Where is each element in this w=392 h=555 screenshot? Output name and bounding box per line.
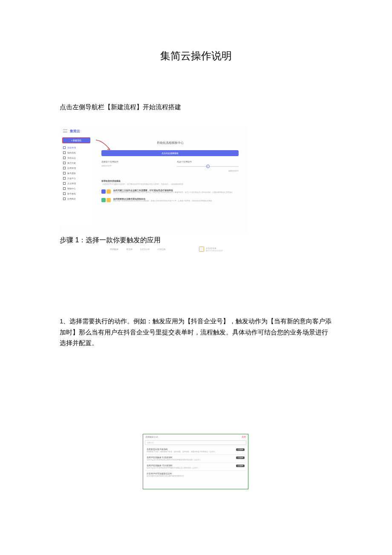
sidebar-item[interactable]: 执行历史 (60, 160, 93, 166)
nav-label: 执行历史 (67, 162, 76, 164)
trigger-item[interactable]: 抖音用户填写创建新信息时 此应用填写在填写新的抖音创建时填写的填写内容 (145, 471, 246, 479)
plus-icon: + (206, 165, 210, 168)
footer-card-sub: 集简云抖音咨询对应列 (206, 250, 223, 252)
app-icon (101, 198, 106, 202)
nav-label: 应用管理 (67, 167, 76, 169)
step-footer-row: 周期触发 请选择 1次/1分钟 计划任务 抖音咨询单 集简云抖音咨询对应列 (60, 247, 332, 252)
flow-target-sub: 搜索应用软件 (177, 170, 239, 172)
trigger-desc: 当用户提交卡片咨询信息表单时触发并获取提交人填写信息（企业号） (147, 467, 236, 469)
screenshot-trigger-dialog: 选择触发方式 关闭 搜索内容 当有新意向客户添加时 检测新客户添加（请选择客户标… (143, 434, 248, 489)
dialog-close[interactable]: 关闭 (242, 436, 246, 438)
trigger-title: 当用户留资触发·车系添加时 (147, 456, 236, 459)
recommend-title: 推荐给您的流程模板 (101, 180, 239, 182)
nav-label: 账号授权 (67, 172, 76, 174)
nav-label: 流程管理 (67, 146, 76, 149)
flow-source-sub: 搜索应用软件 (101, 165, 163, 167)
dialog-title: 选择触发方式 (145, 436, 158, 438)
nav-label: 开放平台 (67, 177, 76, 180)
nav-icon (63, 192, 66, 195)
template-card[interactable]: 如何能够将企业微信通知流程自动 新收到客户的反馈后自动推送消息到企业微信群，客服… (101, 198, 239, 202)
sidebar-item[interactable]: 流程管理 (60, 145, 93, 150)
page-title: 集简云操作说明 (60, 0, 332, 63)
main-title: 自动化流程模板中心 (101, 141, 239, 145)
app-icon (101, 189, 106, 194)
flow-source: 选择首个应用软件 搜索应用软件 (101, 160, 163, 172)
flow-source-title: 选择首个应用软件 (101, 160, 163, 163)
nav-label: 我的流程 (67, 151, 76, 154)
app-icon (107, 198, 111, 202)
nav-icon (63, 157, 66, 159)
sidebar-item[interactable]: 账号授权 (60, 171, 93, 176)
recommend-subtitle: （如您的软件不在集简云应用中，您需要对应软件中的技术团队开发工具帮忙，更多信息）… (101, 183, 239, 185)
sidebar-item[interactable]: 应用管理 (60, 166, 93, 171)
body-paragraph: 1、选择需要执行的动作。例如：触发应用为【抖音企业号】，触发动作为【当有新的意向… (60, 316, 332, 349)
trigger-desc: 此应用填写在填写新的抖音创建时填写的填写内容 (147, 475, 245, 477)
nav-icon (63, 187, 66, 190)
search-banner[interactable]: 点击此处搜索模板 (101, 150, 239, 156)
trigger-title: 抖音用户填写创建新信息时 (147, 473, 245, 475)
footer-item: 1次/1分钟 (140, 248, 150, 250)
sidebar-item[interactable]: 流程日志 (60, 155, 93, 160)
trigger-list: 当有新意向客户添加时 检测新客户添加（请选择客户标签，实时获取、定时获取、获取所… (145, 447, 246, 479)
search-input[interactable]: 搜索内容 (145, 440, 246, 445)
selected-badge: 已选择 (236, 448, 245, 451)
card-desc: 新收到客户的反馈后自动推送消息到企业微信群，客服人员可及时协作处理客户工单，提高… (113, 200, 239, 202)
sidebar-item[interactable]: 新手教程 (60, 191, 93, 196)
nav-icon (63, 172, 66, 174)
app-header: 集简云 (60, 126, 247, 136)
footer-item: 周期触发 (110, 248, 118, 250)
nav-icon (63, 167, 66, 169)
trigger-item[interactable]: 当用户留资触发·车系添加时 当用户提交汽车咨询信息且填写车系信息时触发获取对应信… (145, 455, 246, 463)
sidebar-item[interactable]: 企业管理 (60, 181, 93, 186)
trigger-item[interactable]: 当用户留资触发·卡片添加时 当用户提交卡片咨询信息表单时触发并获取提交人填写信息… (145, 463, 246, 471)
nav-icon (63, 182, 66, 185)
nav-icon (63, 146, 66, 149)
app-logo: 集简云 (70, 129, 80, 134)
sidebar-item[interactable]: 我的流程 (60, 150, 93, 155)
step-label: 步骤 1：选择一款你要触发的应用 (60, 236, 332, 245)
menu-icon (63, 129, 67, 133)
screenshot-app-dashboard: 集简云 + 新建流程 流程管理 我的流程 流程日志 执行历史 应用管理 账号授权… (60, 126, 247, 234)
selected-badge: 已选择 (236, 465, 245, 467)
app-icon (199, 247, 204, 252)
flow-target-title: 与这个应用软件 (177, 160, 239, 163)
nav-icon (63, 198, 66, 200)
nav-icon (63, 177, 66, 180)
flow-connector: + (177, 165, 239, 168)
new-flow-button[interactable]: + 新建流程 (62, 137, 90, 143)
footer-item: 请选择 (126, 248, 133, 250)
nav-label: 新手教程 (67, 192, 76, 195)
nav-label: 企业管理 (67, 182, 76, 185)
sidebar-item[interactable]: 应用商店 (60, 196, 93, 201)
sidebar-item[interactable]: 帮助中心 (60, 186, 93, 191)
nav-icon (63, 151, 66, 154)
footer-item: 计划任务 (157, 248, 166, 250)
nav-label: 流程日志 (67, 157, 76, 159)
card-desc: 企业员工请假申请后自动通知工作群中的主管审批；审批完成后自动同步数据到人事管理软… (113, 192, 239, 194)
trigger-desc: 当用户提交汽车咨询信息且填写车系信息时触发获取对应信息（企业号） (147, 459, 236, 461)
template-card[interactable]: 如何与第三方软件企业微工作流需要，钉钉通知等进行请假审批 企业员工请假申请后自动… (101, 189, 239, 194)
section-intro: 点击左侧导航栏【新建流程】开始流程搭建 (60, 103, 332, 111)
nav-label: 应用商店 (67, 198, 76, 200)
flow-target: 与这个应用软件 + 搜索应用软件 (177, 160, 239, 172)
trigger-item[interactable]: 当有新意向客户添加时 检测新客户添加（请选择客户标签，实时获取、定时获取、获取所… (145, 447, 246, 455)
footer-app-card: 抖音咨询单 集简云抖音咨询对应列 (199, 247, 223, 252)
sidebar: + 新建流程 流程管理 我的流程 流程日志 执行历史 应用管理 账号授权 开放平… (60, 136, 93, 225)
app-icon (107, 189, 111, 194)
trigger-title: 当用户留资触发·卡片添加时 (147, 465, 236, 467)
selected-badge: 已选择 (236, 456, 245, 459)
trigger-desc: 检测新客户添加（请选择客户标签，实时获取、定时获取、获取所有客户列表数据（企业号… (147, 451, 236, 453)
nav-icon (63, 162, 66, 164)
trigger-title: 当有新意向客户添加时 (147, 448, 236, 450)
nav-label: 帮助中心 (67, 187, 76, 190)
sidebar-item[interactable]: 开放平台 (60, 176, 93, 181)
main-content: 自动化流程模板中心 点击此处搜索模板 选择首个应用软件 搜索应用软件 与这个应用… (93, 136, 247, 225)
